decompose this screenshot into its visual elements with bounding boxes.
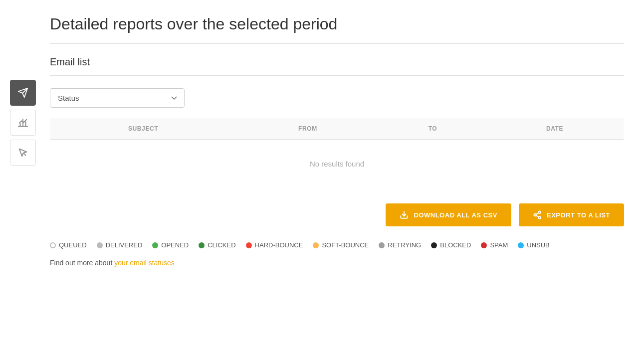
legend-retrying: RETRYING xyxy=(379,241,421,249)
table-header: SUBJECT FROM TO DATE xyxy=(50,118,624,140)
column-from: FROM xyxy=(236,118,380,140)
find-out-text: Find out more about xyxy=(50,259,114,267)
download-csv-button[interactable]: DOWNLOAD ALL AS CSV xyxy=(386,203,511,226)
hard-bounce-dot xyxy=(246,242,252,248)
legend-blocked: BLOCKED xyxy=(431,241,471,249)
retrying-label: RETRYING xyxy=(388,241,421,249)
find-out-row: Find out more about your email statuses xyxy=(50,259,624,267)
table-header-row: SUBJECT FROM TO DATE xyxy=(50,118,624,140)
soft-bounce-label: SOFT-BOUNCE xyxy=(322,241,369,249)
spam-dot xyxy=(481,242,487,248)
queued-dot xyxy=(50,242,56,248)
share-icon xyxy=(533,210,542,219)
cursor-icon xyxy=(17,147,28,158)
email-table: SUBJECT FROM TO DATE No results found xyxy=(50,118,624,188)
sidebar-chart-button[interactable] xyxy=(10,110,36,136)
email-statuses-link[interactable]: your email statuses xyxy=(114,259,175,267)
opened-label: OPENED xyxy=(161,241,189,249)
section-title: Email list xyxy=(50,56,624,68)
send-icon xyxy=(17,87,28,98)
retrying-dot xyxy=(379,242,385,248)
legend-clicked: CLICKED xyxy=(199,241,235,249)
download-csv-label: DOWNLOAD ALL AS CSV xyxy=(414,211,497,219)
page-title: Detailed reports over the selected perio… xyxy=(50,15,624,33)
blocked-label: BLOCKED xyxy=(440,241,471,249)
table-empty-row: No results found xyxy=(50,140,624,188)
queued-label: QUEUED xyxy=(59,241,87,249)
svg-line-10 xyxy=(536,215,538,217)
opened-dot xyxy=(152,242,158,248)
sidebar xyxy=(10,80,36,166)
status-select[interactable]: Status Queued Delivered Opened Clicked H… xyxy=(50,88,185,108)
filter-row: Status Queued Delivered Opened Clicked H… xyxy=(50,88,624,108)
table-body: No results found xyxy=(50,140,624,188)
column-to: TO xyxy=(380,118,486,140)
hard-bounce-label: HARD-BOUNCE xyxy=(255,241,303,249)
sidebar-send-button[interactable] xyxy=(10,80,36,106)
legend-spam: SPAM xyxy=(481,241,508,249)
download-icon xyxy=(400,210,409,219)
legend-queued: QUEUED xyxy=(50,241,87,249)
legend-delivered: DELIVERED xyxy=(97,241,143,249)
column-date: DATE xyxy=(486,118,624,140)
delivered-label: DELIVERED xyxy=(106,241,143,249)
unsub-dot xyxy=(518,242,524,248)
empty-message: No results found xyxy=(50,140,624,188)
legend-hard-bounce: HARD-BOUNCE xyxy=(246,241,303,249)
page-container: Detailed reports over the selected perio… xyxy=(0,0,644,282)
blocked-dot xyxy=(431,242,437,248)
legend-opened: OPENED xyxy=(152,241,189,249)
title-divider xyxy=(50,43,624,44)
legend-soft-bounce: SOFT-BOUNCE xyxy=(313,241,369,249)
chart-icon xyxy=(17,117,28,128)
svg-line-5 xyxy=(23,153,25,155)
spam-label: SPAM xyxy=(490,241,508,249)
column-subject: SUBJECT xyxy=(50,118,236,140)
unsub-label: UNSUB xyxy=(527,241,550,249)
clicked-dot xyxy=(199,242,205,248)
svg-line-11 xyxy=(536,213,538,214)
actions-row: DOWNLOAD ALL AS CSV EXPORT TO A LIST xyxy=(50,203,624,226)
legend-row: QUEUED DELIVERED OPENED CLICKED HARD-BOU… xyxy=(50,241,624,249)
soft-bounce-dot xyxy=(313,242,319,248)
legend-unsub: UNSUB xyxy=(518,241,550,249)
delivered-dot xyxy=(97,242,103,248)
export-list-label: EXPORT TO A LIST xyxy=(547,211,610,219)
export-list-button[interactable]: EXPORT TO A LIST xyxy=(519,203,624,226)
section-divider xyxy=(50,75,624,76)
clicked-label: CLICKED xyxy=(208,241,235,249)
sidebar-click-button[interactable] xyxy=(10,140,36,166)
